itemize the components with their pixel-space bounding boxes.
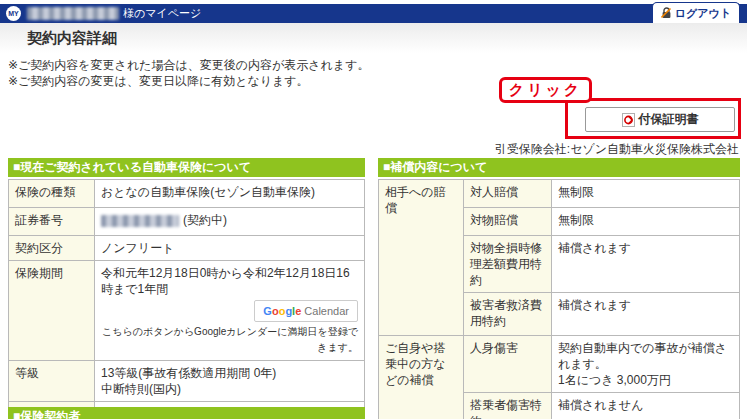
personal-injury-label: 人身傷害: [464, 336, 552, 393]
logout-button[interactable]: ログアウト: [652, 2, 740, 23]
masked-user-name: [27, 7, 119, 20]
coverage-section-title: ■補償内容について: [378, 158, 740, 177]
property-total-loss-rider-value: 補償されます: [552, 236, 740, 293]
underwriter-company-line: 引受保険会社:セゾン自動車火災保険株式会社: [495, 141, 739, 158]
note-line-2: ※ご契約内容の変更は、変更日以降に有効となります。: [8, 73, 369, 89]
coverage-certificate-button[interactable]: 付保証明書: [585, 107, 735, 132]
contract-class-value: ノンフリート: [95, 236, 365, 261]
masked-policy-number: [101, 215, 179, 227]
insurance-period-label: 保険期間: [9, 261, 95, 361]
bodily-liability-value: 無制限: [552, 180, 740, 208]
page-title: 契約内容詳細: [27, 29, 117, 48]
coverage-group-self: ご自身や搭乗中の方などの補償: [379, 336, 464, 419]
personal-injury-value: 契約自動車内での事故が補償されます。 1名につき 3,000万円: [552, 336, 740, 393]
property-total-loss-rider-label: 対物全損時修理差額費用特約: [464, 236, 552, 293]
policy-number-label: 証券番号: [9, 208, 95, 236]
contract-class-label: 契約区分: [9, 236, 95, 261]
google-calendar-button[interactable]: Google Calendar: [254, 300, 358, 322]
google-calendar-suffix: Calendar: [301, 305, 349, 317]
table-row: 等級 13等級(事故有係数適用期間 0年) 中断特則(国内): [9, 361, 365, 402]
bodily-liability-label: 対人賠償: [464, 180, 552, 208]
google-letter: G: [263, 305, 272, 317]
property-liability-value: 無制限: [552, 208, 740, 236]
top-header-bar: MY 様のマイページ: [0, 4, 747, 23]
contract-notes: ※ご契約内容を変更された場合は、変更後の内容が表示されます。 ※ご契約内容の変更…: [8, 57, 369, 89]
google-calendar-note: こちらのボタンからGoogleカレンダーに満期日を登録できます。: [101, 324, 358, 356]
current-contract-table: 保険の種類 おとなの自動車保険(セゾン自動車保険) 証券番号 (契約中) 契約区…: [8, 179, 365, 419]
victim-relief-rider-label: 被害者救済費用特約: [464, 293, 552, 336]
table-row: 相手への賠償 対人賠償 無制限: [379, 180, 740, 208]
coverage-certificate-label: 付保証明書: [639, 111, 699, 128]
coverage-group-others: 相手への賠償: [379, 180, 464, 336]
table-row: 保険の種類 おとなの自動車保険(セゾン自動車保険): [9, 180, 365, 208]
note-line-1: ※ご契約内容を変更された場合は、変更後の内容が表示されます。: [8, 57, 369, 73]
policy-number-status: (契約中): [183, 213, 227, 227]
logout-label: ログアウト: [675, 6, 731, 21]
table-row: 保険期間 令和元年12月18日0時から令和2年12月18日16時まで1年間 Go…: [9, 261, 365, 361]
my-logo: MY: [6, 6, 21, 21]
grade-value: 13等級(事故有係数適用期間 0年) 中断特則(国内): [95, 361, 365, 402]
lock-icon: [661, 7, 672, 19]
coverage-section: ■補償内容について 相手への賠償 対人賠償 無制限 対物賠償 無制限 対物全損時…: [378, 158, 740, 419]
insurance-type-label: 保険の種類: [9, 180, 95, 208]
coverage-table: 相手への賠償 対人賠償 無制限 対物賠償 無制限 対物全損時修理差額費用特約 補…: [378, 179, 740, 419]
mypage-suffix-label: 様のマイページ: [123, 6, 201, 21]
insurance-period-text: 令和元年12月18日0時から令和2年12月18日16時まで1年間: [101, 265, 358, 297]
insurance-period-value: 令和元年12月18日0時から令和2年12月18日16時まで1年間 Google …: [95, 261, 365, 361]
table-row: ご自身や搭乗中の方などの補償 人身傷害 契約自動車内での事故が補償されます。 1…: [379, 336, 740, 393]
google-letter: o: [272, 305, 279, 317]
click-annotation: クリック: [499, 77, 592, 103]
table-row: 契約区分 ノンフリート: [9, 236, 365, 261]
pdf-icon: [622, 113, 635, 127]
passenger-injury-rider-label: 搭乗者傷害特約: [464, 393, 552, 419]
policyholder-section-title: ■保険契約者: [8, 407, 365, 419]
property-liability-label: 対物賠償: [464, 208, 552, 236]
grade-label: 等級: [9, 361, 95, 402]
policy-number-value: (契約中): [95, 208, 365, 236]
current-contract-section-title: ■現在ご契約されている自動車保険について: [8, 158, 365, 177]
table-row: 証券番号 (契約中): [9, 208, 365, 236]
victim-relief-rider-value: 補償されます: [552, 293, 740, 336]
passenger-injury-rider-value: 補償されません: [552, 393, 740, 419]
current-contract-section: ■現在ご契約されている自動車保険について 保険の種類 おとなの自動車保険(セゾン…: [8, 158, 365, 419]
insurance-type-value: おとなの自動車保険(セゾン自動車保険): [95, 180, 365, 208]
